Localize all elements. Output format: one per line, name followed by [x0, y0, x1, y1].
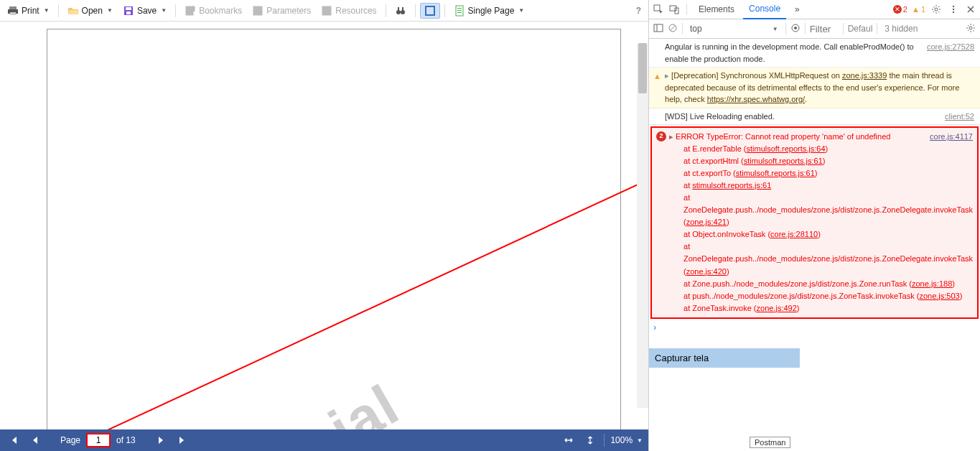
- close-icon[interactable]: [964, 3, 977, 16]
- svg-rect-10: [324, 9, 330, 10]
- viewer-toolbar: Print ▼ Open ▼ Save ▼: [0, 0, 648, 22]
- console-error: 2 core.js:4117 ▸ ERROR TypeError: Cannot…: [650, 126, 979, 319]
- error-badge-icon: 2: [656, 131, 666, 141]
- source-link[interactable]: zone.js:503: [919, 292, 959, 300]
- hidden-count[interactable]: 3 hidden: [885, 24, 918, 34]
- page-icon: [454, 5, 465, 17]
- console-message: core.js:27528 Angular is running in the …: [649, 39, 980, 68]
- error-count-badge[interactable]: ✕2: [893, 5, 907, 14]
- print-button[interactable]: Print ▼: [3, 3, 54, 19]
- caret-icon: ▼: [637, 437, 643, 444]
- svg-rect-22: [654, 5, 660, 11]
- scrollbar-thumb[interactable]: [638, 43, 647, 93]
- source-link[interactable]: stimulsoft.reports.js:61: [692, 181, 771, 190]
- bookmark-icon: [185, 5, 196, 17]
- source-link[interactable]: zone.js:3339: [842, 71, 887, 80]
- console-output: core.js:27528 Angular is running in the …: [649, 39, 980, 451]
- resources-icon: [321, 5, 332, 17]
- parameters-button[interactable]: ? Parameters: [248, 3, 315, 19]
- printer-icon: [7, 5, 19, 17]
- console-subbar: top ▼ Defaul 3 hidden: [649, 19, 980, 39]
- source-link[interactable]: core.js:28110: [770, 230, 818, 238]
- svg-rect-15: [402, 7, 403, 11]
- source-link[interactable]: stimulsoft.reports.js:61: [744, 157, 823, 165]
- save-icon: [123, 5, 134, 17]
- console-prompt[interactable]: ›: [649, 320, 980, 334]
- svg-rect-11: [324, 11, 330, 13]
- save-label: Save: [137, 6, 157, 16]
- warn-count-badge[interactable]: ▲1: [912, 5, 925, 14]
- svg-point-34: [794, 27, 797, 29]
- svg-rect-2: [10, 12, 16, 15]
- svg-point-25: [935, 8, 938, 11]
- resources-button[interactable]: Resources: [317, 3, 381, 19]
- console-sidebar-icon[interactable]: [653, 23, 663, 35]
- devtools-tabbar: Elements Console » ✕2 ▲1: [649, 0, 980, 19]
- single-page-label: Single Page: [468, 6, 515, 16]
- find-button[interactable]: [391, 3, 411, 19]
- context-selector[interactable]: top ▼: [687, 22, 781, 35]
- filter-input[interactable]: [810, 24, 839, 34]
- device-icon[interactable]: [668, 3, 681, 16]
- parameters-label: Parameters: [266, 6, 311, 16]
- svg-rect-4: [126, 7, 131, 10]
- clear-console-icon[interactable]: [668, 23, 678, 35]
- fit-height-button[interactable]: [582, 432, 598, 448]
- svg-rect-19: [457, 10, 462, 11]
- viewer-navbar: Page of 13 100% ▼: [0, 429, 648, 451]
- bookmarks-button[interactable]: Bookmarks: [180, 3, 246, 19]
- single-page-button[interactable]: Single Page ▼: [449, 3, 529, 19]
- settings-icon[interactable]: [930, 3, 943, 16]
- page-input[interactable]: [86, 433, 111, 447]
- source-link[interactable]: zone.js:421: [686, 218, 727, 226]
- open-button[interactable]: Open ▼: [63, 3, 117, 19]
- source-link[interactable]: stimulsoft.reports.js:61: [736, 169, 815, 177]
- next-page-button[interactable]: [153, 432, 169, 448]
- help-button[interactable]: ?: [632, 4, 645, 18]
- inspect-icon[interactable]: [652, 3, 665, 16]
- live-expression-icon[interactable]: [790, 23, 801, 35]
- kebab-icon[interactable]: [947, 3, 960, 16]
- page-label: Page: [60, 435, 80, 445]
- source-link[interactable]: zone.js:188: [912, 279, 952, 288]
- capture-bar[interactable]: Capturar tela: [649, 348, 800, 368]
- console-settings-icon[interactable]: [966, 23, 976, 35]
- save-button[interactable]: Save ▼: [118, 3, 171, 19]
- svg-rect-5: [126, 11, 131, 14]
- levels-selector[interactable]: Defaul: [848, 24, 873, 34]
- source-link[interactable]: client:52: [945, 111, 974, 123]
- folder-open-icon: [67, 5, 79, 17]
- zoom-dropdown[interactable]: 100% ▼: [610, 435, 643, 445]
- last-page-button[interactable]: [174, 432, 190, 448]
- svg-point-28: [953, 11, 954, 13]
- source-link[interactable]: zone.js:492: [757, 304, 797, 312]
- fullscreen-button[interactable]: [420, 3, 440, 19]
- report-viewer: Print ▼ Open ▼ Save ▼: [0, 0, 649, 451]
- source-link[interactable]: core.js:4117: [930, 131, 973, 143]
- svg-rect-20: [457, 12, 462, 13]
- vertical-scrollbar[interactable]: [637, 43, 648, 408]
- report-page: [47, 29, 621, 429]
- console-warning: ▲ ▸ [Deprecation] Synchronous XMLHttpReq…: [649, 68, 980, 108]
- bookmarks-label: Bookmarks: [199, 6, 242, 16]
- zoom-label: 100%: [610, 435, 633, 445]
- prev-page-button[interactable]: [27, 432, 43, 448]
- tab-more[interactable]: »: [789, 0, 806, 19]
- print-label: Print: [22, 6, 39, 16]
- fit-width-button[interactable]: [561, 432, 577, 448]
- tab-console[interactable]: Console: [743, 0, 786, 19]
- source-link[interactable]: core.js:27528: [927, 41, 974, 53]
- source-link[interactable]: zone.js:420: [686, 267, 727, 276]
- source-link[interactable]: https://xhr.spec.whatwg.org/: [707, 95, 805, 103]
- source-link[interactable]: stimulsoft.reports.js:64: [746, 144, 825, 153]
- devtools-panel: Elements Console » ✕2 ▲1 top ▼: [649, 0, 980, 451]
- svg-rect-29: [654, 24, 663, 32]
- tab-elements[interactable]: Elements: [693, 0, 740, 19]
- help-label: ?: [636, 6, 641, 16]
- first-page-button[interactable]: [6, 432, 22, 448]
- caret-icon: ▼: [518, 7, 524, 14]
- svg-point-26: [953, 6, 954, 7]
- svg-rect-14: [398, 7, 399, 11]
- caret-icon: ▼: [107, 7, 113, 14]
- console-message: client:52 [WDS] Live Reloading enabled.: [649, 108, 980, 126]
